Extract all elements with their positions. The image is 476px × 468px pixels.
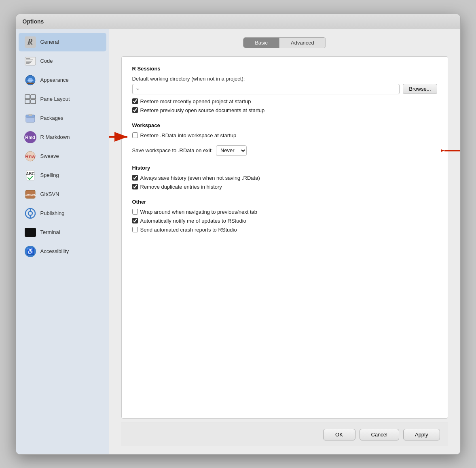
auto-notify-checkbox[interactable] — [132, 218, 138, 223]
svg-point-24 — [28, 211, 32, 215]
tab-group: Basic Advanced — [243, 37, 326, 48]
tab-advanced[interactable]: Advanced — [279, 38, 326, 48]
browse-button[interactable]: Browse... — [403, 84, 437, 94]
save-workspace-select[interactable]: Never Always Ask — [216, 145, 247, 156]
sidebar-label-git-svn: Git/SVN — [40, 191, 59, 197]
svg-rect-12 — [25, 100, 30, 104]
wrap-around-checkbox[interactable] — [132, 209, 138, 215]
packages-icon — [24, 112, 36, 124]
content-panel: R Sessions Default working directory (wh… — [121, 56, 448, 419]
sidebar-label-code: Code — [40, 58, 53, 64]
auto-notify-label: Automatically notify me of updates to RS… — [140, 218, 246, 224]
sidebar-item-pane-layout[interactable]: Pane Layout — [19, 90, 106, 108]
git-svn-icon: Git/SVN — [24, 188, 36, 200]
remove-duplicates-label: Remove duplicate entries in history — [140, 184, 222, 190]
code-icon — [24, 55, 36, 67]
sidebar-item-spelling[interactable]: ABC Spelling — [19, 166, 106, 185]
auto-notify-row: Automatically notify me of updates to RS… — [132, 218, 437, 224]
apply-button[interactable]: Apply — [403, 429, 440, 440]
svg-text:Rnw: Rnw — [25, 154, 36, 160]
svg-rect-9 — [27, 83, 34, 84]
remove-duplicates-checkbox[interactable] — [132, 184, 138, 189]
sidebar-label-general: General — [40, 39, 59, 45]
restore-source-label: Restore previously open source documents… — [140, 107, 265, 113]
sidebar-label-sweave: Sweave — [40, 153, 59, 159]
history-title: History — [132, 165, 437, 171]
wrap-around-label: Wrap around when navigating to previous/… — [140, 209, 258, 215]
workspace-title: Workspace — [132, 122, 437, 128]
main-content: Basic Advanced R Sessions Default workin… — [109, 29, 460, 454]
save-workspace-label: Save workspace to .RData on exit: — [132, 147, 213, 153]
ok-button[interactable]: OK — [323, 429, 355, 440]
r-markdown-icon: Rmd — [24, 131, 36, 143]
restore-project-row: Restore most recently opened project at … — [132, 98, 437, 104]
other-section: Other Wrap around when navigating to pre… — [132, 199, 437, 233]
svg-rect-8 — [27, 80, 34, 81]
restore-source-checkbox[interactable] — [132, 107, 138, 113]
sidebar-label-pane-layout: Pane Layout — [40, 96, 70, 102]
sidebar-label-spelling: Spelling — [40, 172, 59, 178]
send-crash-row: Send automated crash reports to RStudio — [132, 227, 437, 233]
tab-bar: Basic Advanced — [121, 37, 448, 48]
sidebar-label-packages: Packages — [40, 115, 63, 121]
other-title: Other — [132, 199, 437, 205]
sidebar-item-terminal[interactable]: Terminal — [19, 223, 106, 242]
accessibility-icon: ♿ — [24, 245, 36, 257]
sidebar-item-accessibility[interactable]: ♿ Accessibility — [19, 242, 106, 261]
restore-rdata-label: Restore .RData into workspace at startup — [140, 132, 237, 138]
sidebar-item-r-markdown[interactable]: Rmd R Markdown — [19, 128, 106, 147]
always-save-history-label: Always save history (even when not savin… — [140, 175, 260, 181]
svg-rect-11 — [31, 95, 36, 99]
remove-duplicates-row: Remove duplicate entries in history — [132, 184, 437, 190]
red-arrow-to-checkbox — [109, 130, 130, 144]
terminal-icon — [24, 226, 36, 238]
working-dir-label: Default working directory (when not in a… — [132, 76, 437, 82]
sidebar-item-sweave[interactable]: Rnw Sweave — [19, 147, 106, 166]
spelling-icon: ABC — [24, 169, 36, 181]
cancel-button[interactable]: Cancel — [360, 429, 399, 440]
save-workspace-row: Save workspace to .RData on exit: Never … — [132, 145, 437, 156]
svg-rect-16 — [29, 114, 32, 116]
sidebar-item-code[interactable]: Code — [19, 52, 106, 70]
send-crash-label: Send automated crash reports to RStudio — [140, 227, 237, 233]
send-crash-checkbox[interactable] — [132, 227, 138, 232]
restore-project-label: Restore most recently opened project at … — [140, 98, 251, 104]
dialog-body: R General Code — [16, 29, 460, 454]
bottom-bar: OK Cancel Apply — [121, 423, 448, 446]
restore-project-checkbox[interactable] — [132, 98, 138, 104]
restore-rdata-row: Restore .RData into workspace at startup — [132, 132, 237, 138]
always-save-history-checkbox[interactable] — [132, 175, 138, 181]
sidebar-label-accessibility: Accessibility — [40, 248, 69, 254]
red-arrow-to-select — [441, 144, 460, 157]
svg-rect-13 — [31, 100, 36, 104]
sidebar-label-publishing: Publishing — [40, 210, 65, 216]
sidebar-item-git-svn[interactable]: Git/SVN Git/SVN — [19, 185, 106, 204]
sidebar-label-terminal: Terminal — [40, 229, 60, 235]
r-sessions-section: R Sessions Default working directory (wh… — [132, 66, 437, 113]
restore-rdata-checkbox[interactable] — [132, 132, 138, 138]
restore-source-row: Restore previously open source documents… — [132, 107, 437, 113]
sidebar-item-publishing[interactable]: Publishing — [19, 204, 106, 223]
dialog-title: Options — [23, 18, 44, 25]
sidebar-item-general[interactable]: R General — [19, 33, 106, 51]
sidebar-label-r-markdown: R Markdown — [40, 134, 70, 140]
sidebar: R General Code — [16, 29, 109, 454]
workspace-section: Workspace — [132, 122, 437, 156]
working-dir-input[interactable] — [132, 84, 400, 94]
svg-rect-10 — [25, 95, 30, 99]
restore-rdata-container: Restore .RData into workspace at startup — [132, 132, 237, 141]
wrap-around-row: Wrap around when navigating to previous/… — [132, 209, 437, 215]
working-dir-row: Browse... — [132, 84, 437, 94]
sidebar-item-appearance[interactable]: Appearance — [19, 71, 106, 89]
options-dialog: Options R General — [16, 14, 461, 455]
sidebar-item-packages[interactable]: Packages — [19, 109, 106, 128]
working-dir-group: Default working directory (when not in a… — [132, 76, 437, 94]
pane-layout-icon — [24, 93, 36, 105]
svg-text:Git/SVN: Git/SVN — [25, 193, 36, 197]
r-sessions-title: R Sessions — [132, 66, 437, 72]
svg-text:ABC: ABC — [26, 172, 35, 176]
sidebar-label-appearance: Appearance — [40, 77, 69, 83]
title-bar: Options — [16, 14, 460, 29]
tab-basic[interactable]: Basic — [243, 38, 279, 48]
general-icon: R — [24, 36, 36, 48]
